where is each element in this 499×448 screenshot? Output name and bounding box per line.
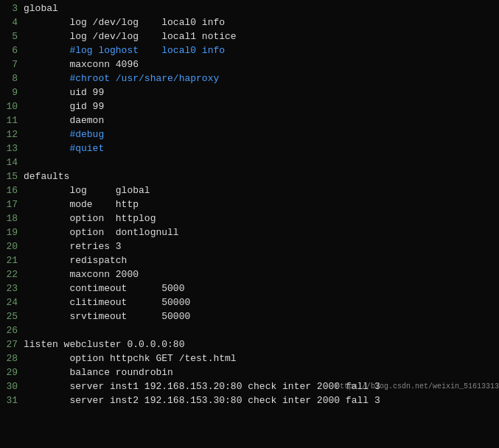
line-21: 21 redispatch: [0, 253, 499, 267]
line-18: 18 option httplog: [0, 211, 499, 225]
line-content-25: srvtimeout 50000: [24, 309, 190, 323]
line-11: 11 daemon: [0, 113, 499, 127]
line-content-27: listen webcluster 0.0.0.0:80: [24, 337, 184, 351]
line-25: 25 srvtimeout 50000: [0, 309, 499, 323]
line-content-23: contimeout 5000: [24, 281, 184, 295]
line-17: 17 mode http: [0, 197, 499, 211]
line-number-25: 25: [0, 309, 24, 323]
line-content-21: redispatch: [24, 253, 127, 267]
code-editor: 3 global 4 log /dev/log local0 info 5 lo…: [0, 0, 499, 448]
line-28: 28 option httpchk GET /test.html: [0, 351, 499, 365]
line-22: 22 maxconn 2000: [0, 267, 499, 281]
line-number-21: 21: [0, 253, 24, 267]
line-content-13: #quiet: [24, 141, 104, 155]
line-5: 5 log /dev/log local1 notice: [0, 29, 499, 43]
line-number-29: 29: [0, 365, 24, 379]
line-content-17: mode http: [24, 197, 139, 211]
line-number-9: 9: [0, 85, 24, 99]
line-content-26: [24, 323, 29, 337]
line-number-30: 30: [0, 379, 24, 393]
line-content-3: global: [24, 1, 58, 15]
line-content-5: log /dev/log local1 notice: [24, 29, 237, 43]
line-content-11: daemon: [24, 113, 104, 127]
line-content-4: log /dev/log local0 info: [24, 15, 225, 29]
line-content-10: gid 99: [24, 99, 104, 113]
line-23: 23 contimeout 5000: [0, 281, 499, 295]
line-number-16: 16: [0, 183, 24, 197]
line-number-31: 31: [0, 393, 24, 407]
line-26: 26: [0, 323, 499, 337]
line-content-29: balance roundrobin: [24, 365, 173, 379]
line-content-20: retries 3: [24, 239, 122, 253]
line-20: 20 retries 3: [0, 239, 499, 253]
watermark: https://blog.csdn.net/weixin_51613313: [335, 379, 499, 393]
line-number-23: 23: [0, 281, 24, 295]
line-content-9: uid 99: [24, 85, 104, 99]
line-13: 13 #quiet: [0, 141, 499, 155]
line-number-15: 15: [0, 169, 24, 183]
line-number-12: 12: [0, 127, 24, 141]
line-number-22: 22: [0, 267, 24, 281]
line-30: 30 server inst1 192.168.153.20:80 check …: [0, 379, 499, 393]
line-7: 7 maxconn 4096: [0, 57, 499, 71]
line-14: 14: [0, 155, 499, 169]
line-4: 4 log /dev/log local0 info: [0, 15, 499, 29]
line-content-6: #log loghost local0 info: [24, 43, 225, 57]
line-24: 24 clitimeout 50000: [0, 295, 499, 309]
line-content-18: option httplog: [24, 211, 156, 225]
line-27: 27 listen webcluster 0.0.0.0:80: [0, 337, 499, 351]
line-content-30: server inst1 192.168.153.20:80 check int…: [24, 379, 380, 393]
line-number-26: 26: [0, 323, 24, 337]
line-3: 3 global: [0, 1, 499, 15]
line-number-27: 27: [0, 337, 24, 351]
line-content-14: [24, 155, 29, 169]
line-number-18: 18: [0, 211, 24, 225]
line-15: 15 defaults: [0, 169, 499, 183]
line-number-19: 19: [0, 225, 24, 239]
line-6: 6 #log loghost local0 info: [0, 43, 499, 57]
line-content-16: log global: [24, 183, 150, 197]
line-content-12: #debug: [24, 127, 104, 141]
line-12: 12 #debug: [0, 127, 499, 141]
line-number-17: 17: [0, 197, 24, 211]
line-number-10: 10: [0, 99, 24, 113]
line-number-3: 3: [0, 1, 24, 15]
line-content-19: option dontlognull: [24, 225, 179, 239]
line-number-6: 6: [0, 43, 24, 57]
line-16: 16 log global: [0, 183, 499, 197]
line-content-15: defaults: [24, 169, 69, 183]
line-number-4: 4: [0, 15, 24, 29]
line-content-28: option httpchk GET /test.html: [24, 351, 237, 365]
line-content-31: server inst2 192.168.153.30:80 check int…: [24, 393, 380, 407]
line-29: 29 balance roundrobin: [0, 365, 499, 379]
line-number-8: 8: [0, 71, 24, 85]
line-number-13: 13: [0, 141, 24, 155]
line-number-14: 14: [0, 155, 24, 169]
line-8: 8 #chroot /usr/share/haproxy: [0, 71, 499, 85]
line-content-22: maxconn 2000: [24, 267, 139, 281]
line-number-11: 11: [0, 113, 24, 127]
line-number-20: 20: [0, 239, 24, 253]
line-19: 19 option dontlognull: [0, 225, 499, 239]
line-number-7: 7: [0, 57, 24, 71]
line-content-8: #chroot /usr/share/haproxy: [24, 71, 219, 85]
line-10: 10 gid 99: [0, 99, 499, 113]
line-31: 31 server inst2 192.168.153.30:80 check …: [0, 393, 499, 407]
line-number-24: 24: [0, 295, 24, 309]
line-9: 9 uid 99: [0, 85, 499, 99]
line-number-28: 28: [0, 351, 24, 365]
line-number-5: 5: [0, 29, 24, 43]
line-content-7: maxconn 4096: [24, 57, 139, 71]
line-content-24: clitimeout 50000: [24, 295, 190, 309]
